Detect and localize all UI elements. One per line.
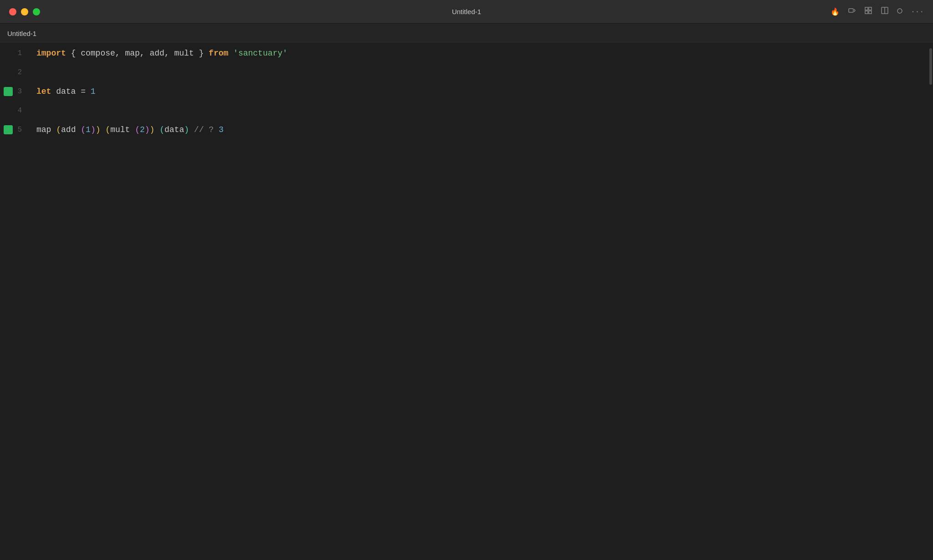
breakpoint-indicator-3[interactable] bbox=[4, 87, 13, 96]
number-1-line3: 1 bbox=[91, 87, 96, 96]
code-area[interactable]: import { compose, map, add, mult } from … bbox=[27, 44, 928, 560]
result-number: 3 bbox=[219, 125, 224, 134]
close-button[interactable] bbox=[9, 8, 16, 15]
editor: 1 2 3 4 5 import { bbox=[0, 44, 933, 560]
svg-rect-0 bbox=[849, 9, 853, 12]
window-title: Untitled-1 bbox=[452, 8, 481, 15]
comment-line5: // ? bbox=[194, 125, 219, 134]
code-line-2 bbox=[36, 63, 928, 82]
line-number-4: 4 bbox=[0, 101, 27, 120]
window-controls bbox=[9, 8, 40, 15]
scrollbar[interactable] bbox=[928, 44, 933, 560]
svg-rect-4 bbox=[869, 11, 871, 14]
svg-rect-2 bbox=[869, 7, 871, 10]
ellipsis-icon[interactable]: ··· bbox=[911, 8, 924, 16]
line-number-5: 5 bbox=[0, 120, 27, 139]
svg-rect-3 bbox=[865, 11, 868, 14]
line-number-1: 1 bbox=[0, 44, 27, 63]
line-number-3: 3 bbox=[0, 82, 27, 101]
maximize-button[interactable] bbox=[33, 8, 40, 15]
gutter: 1 2 3 4 5 bbox=[0, 44, 27, 560]
tab-bar: Untitled-1 bbox=[0, 24, 933, 44]
grid-icon[interactable] bbox=[864, 6, 872, 17]
string-sanctuary: 'sanctuary' bbox=[233, 49, 287, 58]
split-icon[interactable] bbox=[881, 6, 889, 17]
code-line-5: map ( add ( 1 ) ) ( mult ( 2 ) ) ( data … bbox=[36, 120, 928, 139]
toolbar-right: 🔥 bbox=[830, 6, 924, 17]
flame-icon[interactable]: 🔥 bbox=[830, 7, 840, 16]
title-bar: Untitled-1 🔥 bbox=[0, 0, 933, 24]
keyword-from: from bbox=[209, 49, 228, 58]
scrollbar-thumb[interactable] bbox=[929, 48, 932, 85]
keyword-let: let bbox=[36, 87, 51, 96]
dot-icon[interactable] bbox=[897, 8, 902, 16]
code-line-4 bbox=[36, 101, 928, 120]
line-number-2: 2 bbox=[0, 63, 27, 82]
svg-point-7 bbox=[897, 9, 902, 13]
identifiers-line1: compose, map, add, mult bbox=[81, 49, 194, 58]
tab-label[interactable]: Untitled-1 bbox=[7, 30, 36, 37]
minimize-button[interactable] bbox=[21, 8, 28, 15]
svg-rect-1 bbox=[865, 7, 868, 10]
line-numbers: 1 2 3 4 5 bbox=[0, 44, 27, 139]
broadcast-icon[interactable] bbox=[848, 6, 856, 17]
code-line-3: let data = 1 bbox=[36, 82, 928, 101]
breakpoint-indicator-5[interactable] bbox=[4, 125, 13, 134]
code-line-1: import { compose, map, add, mult } from … bbox=[36, 44, 928, 63]
keyword-import: import bbox=[36, 49, 66, 58]
